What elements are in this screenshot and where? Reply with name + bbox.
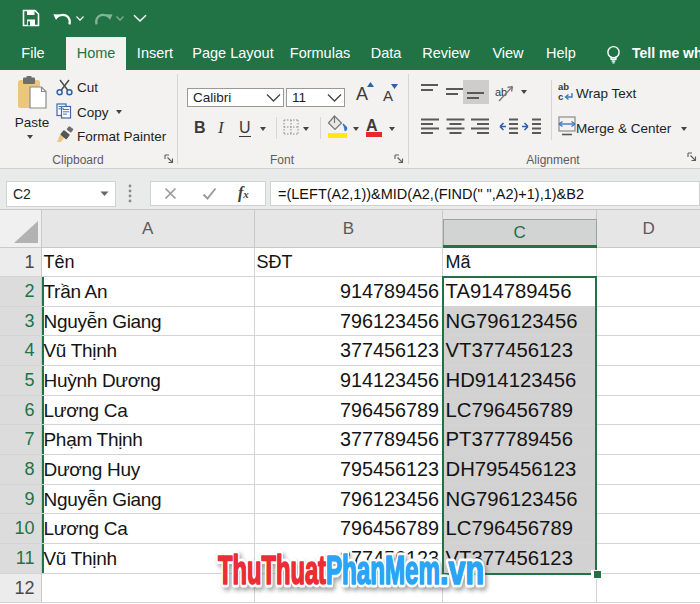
svg-text:ThuThuat: ThuThuat — [218, 548, 326, 592]
svg-text:.vn: .vn — [440, 548, 484, 592]
svg-text:c: c — [558, 91, 563, 102]
svg-text:PhanMem: PhanMem — [326, 548, 440, 592]
svg-text:ab: ab — [495, 86, 507, 98]
